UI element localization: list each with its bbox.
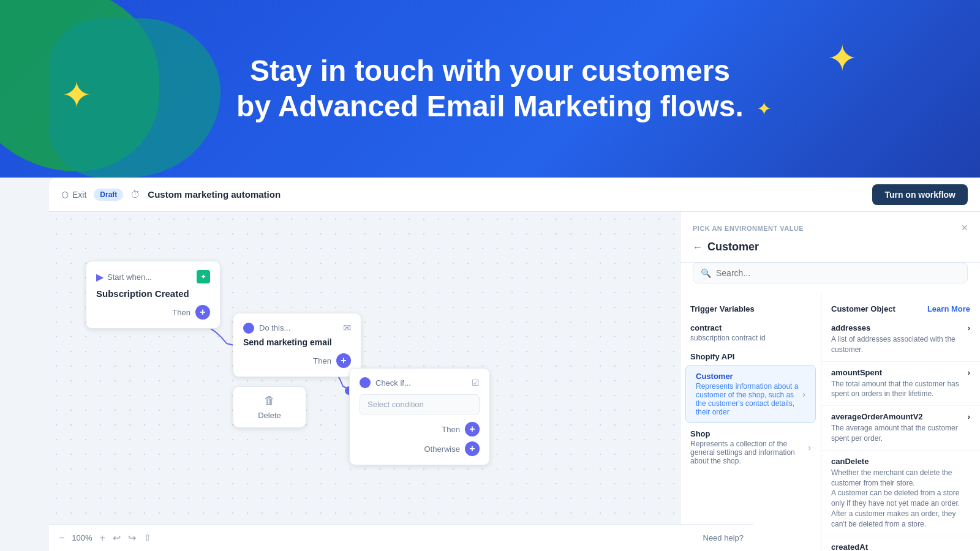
start-node-label: Start when... <box>107 272 152 282</box>
start-then-plus-button[interactable]: + <box>195 305 210 320</box>
shop-item[interactable]: Shop Represents a collection of the gene… <box>680 423 821 471</box>
star-large-right-icon: ✦ <box>827 37 858 80</box>
search-icon: 🔍 <box>701 268 711 278</box>
customer-object-title: Customer Object Learn More <box>821 301 980 317</box>
check-if-node: Check if... ☑ Select condition Then + Ot… <box>349 368 490 465</box>
star-large-left-icon: ✦ <box>61 73 92 116</box>
draft-badge: Draft <box>94 189 123 201</box>
select-condition-input[interactable]: Select condition <box>360 394 480 414</box>
settings-icon: ✦ <box>200 272 206 281</box>
start-settings-button[interactable]: ✦ <box>197 270 210 283</box>
hero-line1: Stay in touch with your customers <box>236 53 744 89</box>
shop-arrow-icon: › <box>808 443 811 452</box>
pick-env-label: PICK AN ENVIRONMENT VALUE <box>693 225 804 232</box>
zoom-level: 100% <box>72 533 92 542</box>
delete-node: 🗑 Delete <box>233 386 306 428</box>
contract-item[interactable]: contract subscription contract id <box>680 317 821 348</box>
exit-button[interactable]: ⬡ Exit <box>61 190 86 200</box>
check-dot-icon <box>360 377 371 388</box>
amount-spent-arrow-icon: › <box>968 368 970 377</box>
hero-text: Stay in touch with your customers by Adv… <box>236 53 744 124</box>
created-at-item[interactable]: createdAt The date and time when the cus… <box>821 536 980 551</box>
start-then-label: Then <box>172 308 190 317</box>
check-icon: ☑ <box>472 378 480 388</box>
check-then-plus-button[interactable]: + <box>465 422 480 437</box>
panel-columns: Trigger Variables contract subscription … <box>680 293 980 551</box>
send-marketing-email-title: Send marketing email <box>243 337 351 347</box>
customer-arrow-icon: › <box>802 389 805 399</box>
panel-right-column: Customer Object Learn More addresses › A… <box>821 293 980 551</box>
exit-door-icon: ⬡ <box>61 190 69 200</box>
hero-line2: by Advanced Email Marketing flows. <box>236 89 744 124</box>
do-then-plus-button[interactable]: + <box>336 353 351 368</box>
back-arrow-icon[interactable]: ← <box>693 242 703 253</box>
subscription-created-title: Subscription Created <box>96 288 210 299</box>
star-small-right-icon: ✦ <box>756 98 772 119</box>
play-icon: ▶ <box>96 271 104 283</box>
shopify-api-section: Shopify API <box>680 348 821 365</box>
exit-label: Exit <box>72 190 86 200</box>
panel-title: Customer <box>707 241 759 253</box>
check-then-label: Then <box>442 425 460 434</box>
trash-icon: 🗑 <box>264 394 275 407</box>
search-input[interactable] <box>716 268 960 278</box>
turn-on-workflow-button[interactable]: Turn on workflow <box>872 184 968 205</box>
hero-banner: Stay in touch with your customers by Adv… <box>0 0 980 178</box>
top-bar: ⬡ Exit Draft ⏱ Custom marketing automati… <box>49 178 980 212</box>
do-dot-icon <box>243 323 254 334</box>
bottom-bar: − 100% + ↩ ↪ ⇧ Need help? <box>49 524 753 551</box>
average-order-item[interactable]: averageOrderAmountV2 › The average amoun… <box>821 406 980 451</box>
redo-button[interactable]: ↪ <box>128 532 136 544</box>
do-then-label: Then <box>313 356 331 365</box>
check-otherwise-label: Otherwise <box>424 444 460 454</box>
workflow-canvas: ▶ Start when... ✦ Subscription Created T… <box>49 212 753 551</box>
main-area: ⬡ Exit Draft ⏱ Custom marketing automati… <box>0 178 980 551</box>
need-help-button[interactable]: Need help? <box>703 533 744 542</box>
panel-close-button[interactable]: × <box>961 222 968 234</box>
addresses-item[interactable]: addresses › A list of addresses associat… <box>821 317 980 362</box>
addresses-arrow-icon: › <box>968 323 970 332</box>
can-delete-item[interactable]: canDelete Whether the merchant can delet… <box>821 451 980 536</box>
trigger-variables-section: Trigger Variables <box>680 301 821 317</box>
zoom-out-button[interactable]: − <box>59 533 64 544</box>
panel-header: PICK AN ENVIRONMENT VALUE × ← Customer <box>680 212 980 263</box>
panel-left-column: Trigger Variables contract subscription … <box>680 293 821 551</box>
email-icon: ✉ <box>343 322 351 334</box>
zoom-in-button[interactable]: + <box>100 533 105 544</box>
workflow-title: Custom marketing automation <box>148 189 281 200</box>
share-button[interactable]: ⇧ <box>143 532 151 544</box>
clock-icon: ⏱ <box>130 189 140 200</box>
workflow-editor: ⬡ Exit Draft ⏱ Custom marketing automati… <box>49 178 980 551</box>
check-node-label: Check if... <box>375 378 411 388</box>
search-box: 🔍 <box>693 263 968 283</box>
do-this-node: Do this... ✉ Send marketing email Then + <box>233 313 361 377</box>
amount-spent-item[interactable]: amountSpent › The total amount that the … <box>821 362 980 407</box>
delete-label: Delete <box>258 411 281 420</box>
do-node-label: Do this... <box>259 323 290 332</box>
undo-button[interactable]: ↩ <box>113 532 121 544</box>
customer-item[interactable]: Customer Represents information about a … <box>685 365 816 423</box>
start-node: ▶ Start when... ✦ Subscription Created T… <box>86 261 221 329</box>
check-otherwise-plus-button[interactable]: + <box>465 441 480 456</box>
learn-more-link[interactable]: Learn More <box>927 304 970 313</box>
average-order-arrow-icon: › <box>968 412 970 421</box>
right-panel: PICK AN ENVIRONMENT VALUE × ← Customer 🔍… <box>680 212 980 551</box>
